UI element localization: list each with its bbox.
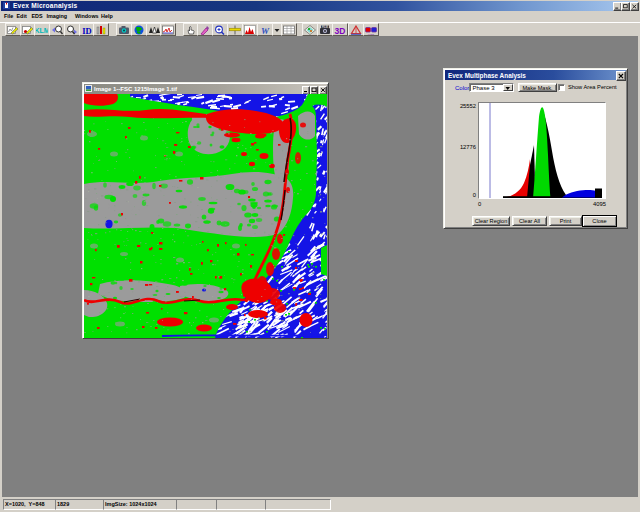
svg-text:FREE: FREE	[368, 32, 375, 34]
svg-text:KLM: KLM	[36, 27, 48, 34]
svg-text:ID: ID	[82, 25, 91, 35]
svg-text:W: W	[260, 25, 269, 35]
svg-text:3D: 3D	[335, 25, 346, 35]
svg-text:FILM: FILM	[322, 25, 328, 29]
